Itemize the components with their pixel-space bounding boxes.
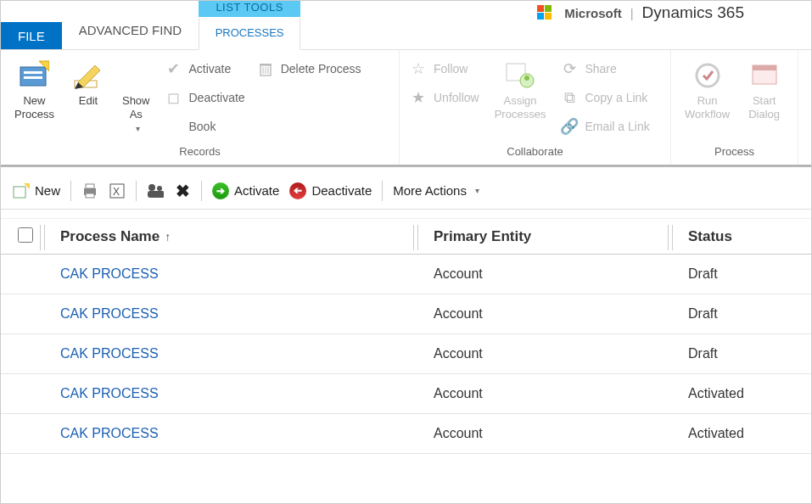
cell-process-name: CAK PROCESS [50,266,423,282]
edit-icon [73,60,104,91]
start-dialog-label: Start Dialog [748,94,780,120]
toolbar-assign-button[interactable] [147,182,164,199]
book-icon [165,118,182,135]
run-workflow-button[interactable]: Run Workflow [680,57,735,124]
tab-advanced-find[interactable]: ADVANCED FIND [62,0,199,49]
svg-rect-1 [24,71,42,74]
brand-divider: | [630,6,634,20]
activate-button[interactable]: ✔ Activate [164,57,247,81]
grid-toolbar: New X ✖ ➔ Activate ➔ Deactivate More Act… [1,172,811,210]
share-icon: ⟳ [561,60,578,77]
svg-point-25 [148,184,155,191]
deactivate-circle-icon: ➔ [289,182,306,199]
toolbar-delete-button[interactable]: ✖ [174,182,191,199]
dialog-icon [749,60,780,91]
delete-process-label: Delete Process [281,62,361,76]
table-row[interactable]: CAK PROCESSAccountActivated [1,374,811,414]
trash-icon [257,60,274,77]
svg-rect-27 [148,191,164,198]
process-link[interactable]: CAK PROCESS [60,346,159,361]
ribbon-group-process-label: Process [680,145,789,161]
process-link[interactable]: CAK PROCESS [60,266,159,281]
ribbon-group-collaborate: ☆ Follow ★ Unfollow Assign Processes ⟳ S… [400,50,671,165]
run-workflow-label: Run Workflow [685,94,730,120]
column-header-name[interactable]: Process Name ↑ [50,228,423,245]
cell-status: Draft [678,306,799,322]
column-header-entity[interactable]: Primary Entity [423,228,678,245]
book-button[interactable]: Book [164,115,247,138]
copy-link-button[interactable]: ⧉ Copy a Link [559,86,651,109]
table-row[interactable]: CAK PROCESSAccountDraft [1,294,811,334]
deactivate-button[interactable]: ◻ Deactivate [164,86,247,109]
column-header-status[interactable]: Status [678,228,799,245]
new-process-button[interactable]: New Process [9,57,59,124]
process-link[interactable]: CAK PROCESS [60,306,159,321]
assign-icon [505,60,535,91]
svg-rect-8 [260,64,272,65]
toolbar-separator [382,181,383,201]
product-name: Dynamics 365 [642,3,744,22]
show-as-button[interactable]: Show As ▾ [117,57,155,137]
check-icon: ✔ [165,60,182,77]
new-process-label: New Process [14,94,54,120]
ribbon-group-collab-label: Collaborate [408,145,662,161]
process-link[interactable]: CAK PROCESS [60,386,159,400]
share-button[interactable]: ⟳ Share [559,57,651,81]
cell-process-name: CAK PROCESS [50,426,423,441]
toolbar-export-button[interactable]: X [109,182,126,199]
cell-status: Activated [678,426,799,441]
link-icon: 🔗 [561,118,578,135]
microsoft-text: Microsoft [564,6,622,20]
email-link-button[interactable]: 🔗 Email a Link [559,115,651,138]
tab-processes[interactable]: PROCESSES [199,18,300,50]
star-solid-icon: ★ [410,89,427,106]
print-icon [81,182,98,199]
cell-primary-entity: Account [423,426,678,441]
export-icon: X [109,182,126,199]
cell-primary-entity: Account [423,306,678,322]
cell-primary-entity: Account [423,266,678,282]
cell-primary-entity: Account [423,346,678,361]
share-label: Share [585,62,616,76]
delete-process-button[interactable]: Delete Process [255,57,363,81]
column-header-name-label: Process Name [60,228,160,245]
unfollow-button[interactable]: ★ Unfollow [408,86,481,109]
table-row[interactable]: CAK PROCESSAccountDraft [1,255,811,294]
ribbon-group-records-label: Records [9,145,390,161]
toolbar-activate-button[interactable]: ➔ Activate [212,182,279,199]
cell-process-name: CAK PROCESS [50,386,423,401]
new-icon [13,182,30,199]
microsoft-logo-icon [537,5,552,20]
assign-processes-label: Assign Processes [495,94,546,120]
table-row[interactable]: CAK PROCESSAccountActivated [1,414,811,454]
svg-rect-22 [86,193,94,198]
toolbar-print-button[interactable] [81,182,98,199]
delete-icon: ✖ [174,182,191,199]
unfollow-label: Unfollow [434,91,479,104]
follow-button[interactable]: ☆ Follow [408,57,481,81]
svg-rect-18 [14,187,25,198]
people-icon [147,182,164,199]
svg-rect-17 [753,65,776,70]
start-dialog-button[interactable]: Start Dialog [743,57,785,124]
process-link[interactable]: CAK PROCESS [60,426,159,440]
ribbon-group-records: New Process Edit Show As ▾ ✔ Activate ◻ [1,50,400,165]
svg-point-26 [157,186,162,191]
table-row[interactable]: CAK PROCESSAccountDraft [1,334,811,374]
toolbar-separator [201,181,202,201]
show-as-label: Show As [122,94,150,120]
toolbar-more-actions-button[interactable]: More Actions ▾ [393,183,479,198]
edit-button[interactable]: Edit [68,57,109,111]
tab-file[interactable]: FILE [1,22,62,49]
toolbar-new-button[interactable]: New [13,182,60,199]
toolbar-more-actions-label: More Actions [393,183,467,198]
chevron-down-icon: ▾ [475,186,479,195]
assign-processes-button[interactable]: Assign Processes [490,57,552,124]
follow-label: Follow [434,62,468,76]
toolbar-separator [136,181,137,201]
grid-header: Process Name ↑ Primary Entity Status [1,218,811,255]
toolbar-deactivate-button[interactable]: ➔ Deactivate [289,182,372,199]
svg-point-14 [524,76,529,81]
contextual-tab-group: LIST TOOLS PROCESSES [199,0,300,49]
svg-rect-21 [86,184,94,188]
